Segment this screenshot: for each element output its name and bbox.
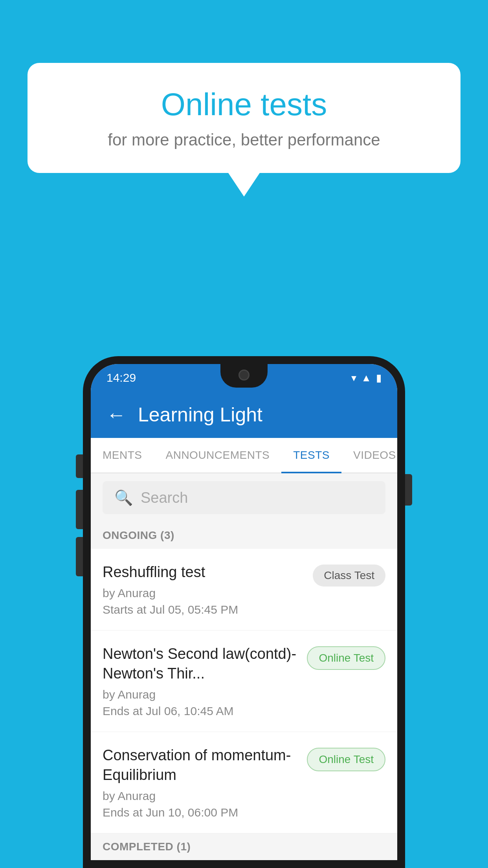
- test-info-1: Reshuffling test by Anurag Starts at Jul…: [103, 563, 313, 616]
- tab-ments[interactable]: MENTS: [91, 438, 154, 473]
- test-author-2: by Anurag: [103, 688, 299, 701]
- test-date-2: Ends at Jul 06, 10:45 AM: [103, 704, 299, 718]
- app-header: ← Learning Light: [91, 392, 397, 438]
- camera-notch: [238, 370, 250, 381]
- test-item[interactable]: Reshuffling test by Anurag Starts at Jul…: [91, 549, 397, 631]
- test-name-2: Newton's Second law(contd)-Newton's Thir…: [103, 644, 299, 683]
- test-badge-1: Class Test: [313, 565, 385, 587]
- speech-bubble-arrow: [228, 173, 260, 197]
- tab-tests[interactable]: TESTS: [281, 438, 341, 473]
- search-bar[interactable]: 🔍 Search: [103, 481, 385, 514]
- power-button: [405, 474, 412, 506]
- battery-icon: ▮: [376, 372, 382, 384]
- phone-screen: 14:29 ▾ ▲ ▮ ← Learning Light MENTS ANNOU…: [91, 364, 397, 860]
- volume-silent-button: [76, 454, 83, 478]
- speech-bubble-subtitle: for more practice, better performance: [59, 131, 429, 149]
- tab-videos[interactable]: VIDEOS: [341, 438, 397, 473]
- test-list: Reshuffling test by Anurag Starts at Jul…: [91, 549, 397, 833]
- speech-bubble-container: Online tests for more practice, better p…: [28, 63, 460, 197]
- test-item[interactable]: Conservation of momentum-Equilibrium by …: [91, 732, 397, 833]
- ongoing-section-header: ONGOING (3): [91, 522, 397, 549]
- volume-down-button: [76, 537, 83, 576]
- completed-section-header: COMPLETED (1): [91, 833, 397, 860]
- test-date-1: Starts at Jul 05, 05:45 PM: [103, 603, 305, 616]
- test-author-1: by Anurag: [103, 587, 305, 600]
- signal-icon: ▲: [361, 372, 371, 384]
- volume-up-button: [76, 490, 83, 529]
- test-info-2: Newton's Second law(contd)-Newton's Thir…: [103, 644, 307, 718]
- status-icons: ▾ ▲ ▮: [351, 372, 382, 384]
- test-badge-3: Online Test: [307, 748, 385, 771]
- back-button[interactable]: ←: [106, 405, 126, 425]
- test-badge-2: Online Test: [307, 646, 385, 670]
- search-placeholder: Search: [141, 489, 188, 506]
- app-title: Learning Light: [138, 403, 262, 426]
- test-name-1: Reshuffling test: [103, 563, 305, 582]
- tab-announcements[interactable]: ANNOUNCEMENTS: [154, 438, 282, 473]
- test-info-3: Conservation of momentum-Equilibrium by …: [103, 746, 307, 819]
- status-time: 14:29: [106, 371, 136, 384]
- test-item[interactable]: Newton's Second law(contd)-Newton's Thir…: [91, 631, 397, 732]
- speech-bubble-title: Online tests: [59, 86, 429, 123]
- test-author-3: by Anurag: [103, 789, 299, 803]
- search-icon: 🔍: [114, 489, 133, 506]
- test-date-3: Ends at Jun 10, 06:00 PM: [103, 806, 299, 819]
- phone-wrapper: 14:29 ▾ ▲ ▮ ← Learning Light MENTS ANNOU…: [83, 356, 405, 868]
- wifi-icon: ▾: [351, 372, 356, 384]
- phone-device: 14:29 ▾ ▲ ▮ ← Learning Light MENTS ANNOU…: [83, 356, 405, 868]
- tabs-bar: MENTS ANNOUNCEMENTS TESTS VIDEOS: [91, 438, 397, 473]
- test-name-3: Conservation of momentum-Equilibrium: [103, 746, 299, 785]
- phone-notch: [220, 364, 268, 388]
- speech-bubble: Online tests for more practice, better p…: [28, 63, 460, 173]
